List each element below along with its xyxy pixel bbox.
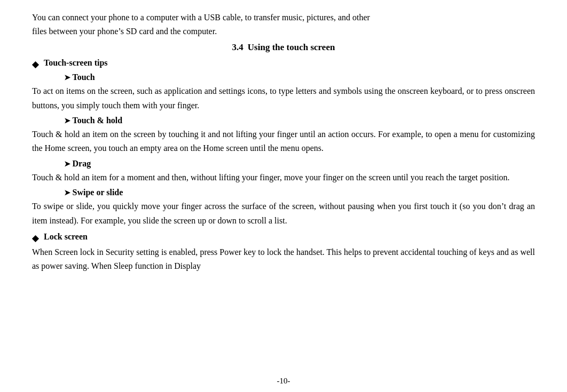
page-container: You can connect your phone to a computer… [0, 0, 567, 392]
lock-screen-section: ◆ Lock screen When Screen lock in Securi… [32, 232, 535, 274]
lock-screen-body: When Screen lock in Security setting is … [32, 245, 535, 274]
sub-heading-drag: Drag [64, 159, 535, 169]
drag-body: Touch & hold an item for a moment and th… [32, 171, 535, 185]
touch-body: To act on items on the screen, such as a… [32, 84, 535, 113]
bullet1-header: ◆ Touch-screen tips [32, 58, 535, 69]
bullet2-diamond: ◆ [32, 233, 38, 243]
section-heading: 3.4Using the touch screen [32, 42, 535, 53]
page-number: -10- [32, 377, 535, 386]
intro-line1: You can connect your phone to a computer… [32, 13, 370, 22]
section-title: Using the touch screen [248, 42, 335, 52]
bullet1-diamond: ◆ [32, 59, 38, 69]
sub-heading-touch-hold: Touch & hold [64, 116, 535, 125]
touch-hold-body: Touch & hold an item on the screen by to… [32, 127, 535, 156]
bullet2-label: Lock screen [44, 232, 88, 242]
intro-paragraph: You can connect your phone to a computer… [32, 11, 535, 38]
swipe-body: To swipe or slide, you quickly move your… [32, 199, 535, 228]
bullet1-label: Touch-screen tips [44, 58, 108, 68]
sub-heading-swipe: Swipe or slide [64, 188, 535, 197]
bullet2-header: ◆ Lock screen [32, 232, 535, 243]
touch-screen-tips-section: ◆ Touch-screen tips Touch To act on item… [32, 58, 535, 228]
section-num: 3.4 [232, 42, 243, 52]
intro-line2: files between your phone’s SD card and t… [32, 27, 217, 36]
sub-heading-touch: Touch [64, 73, 535, 82]
